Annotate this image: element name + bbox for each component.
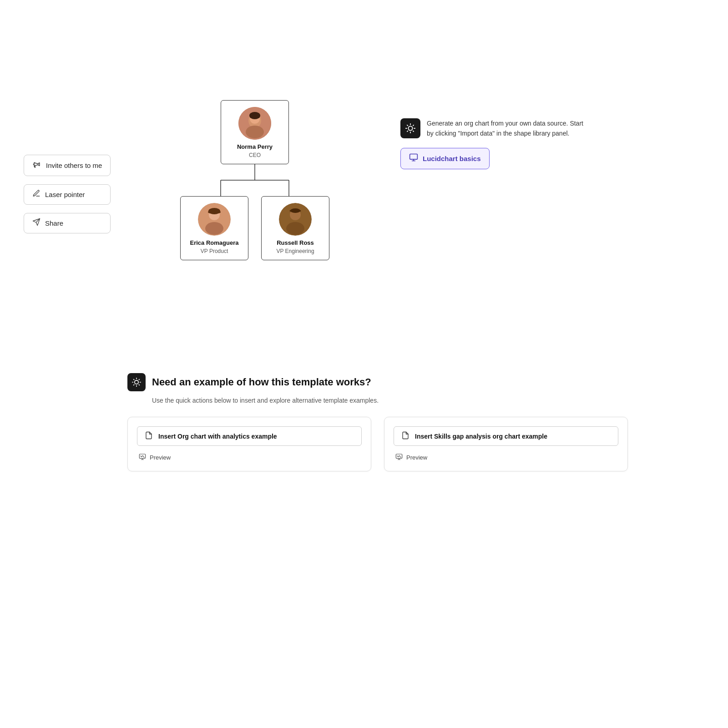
org-connector <box>187 164 323 196</box>
children-row: Erica Romaguera VP Product Russell Ross … <box>127 196 382 260</box>
vp-product-node[interactable]: Erica Romaguera VP Product <box>180 196 248 260</box>
share-label: Share <box>45 219 63 227</box>
ceo-container: Norma Perry CEO <box>127 100 382 164</box>
svg-point-23 <box>408 126 412 130</box>
cards-row: Insert Org chart with analytics example … <box>127 417 628 471</box>
preview-skills-label: Preview <box>406 454 427 461</box>
bottom-subtitle: Use the quick actions below to insert an… <box>152 397 628 404</box>
bottom-lightbulb-icon <box>127 373 146 391</box>
svg-point-21 <box>286 222 304 235</box>
invite-button[interactable]: Invite others to me <box>24 155 111 176</box>
svg-line-30 <box>407 131 408 131</box>
vp-engineering-title: VP Engineering <box>276 248 314 254</box>
card-analytics: Insert Org chart with analytics example … <box>127 417 371 471</box>
insert-analytics-button[interactable]: Insert Org chart with analytics example <box>137 426 362 446</box>
svg-line-43 <box>139 379 139 380</box>
tip-panel: Generate an org chart from your own data… <box>400 118 592 169</box>
svg-line-31 <box>413 125 414 126</box>
preview-analytics-button[interactable]: Preview <box>137 451 172 464</box>
insert-analytics-label: Insert Org chart with analytics example <box>158 433 277 440</box>
svg-point-17 <box>208 211 213 213</box>
monitor-icon <box>409 153 418 164</box>
svg-point-8 <box>255 116 260 118</box>
laser-label: Laser pointer <box>45 191 85 198</box>
insert-skills-label: Insert Skills gap analysis org chart exa… <box>415 433 547 440</box>
insert-skills-button[interactable]: Insert Skills gap analysis org chart exa… <box>394 426 618 446</box>
megaphone-icon <box>32 160 41 171</box>
svg-point-15 <box>205 222 223 235</box>
org-chart-area: Norma Perry CEO <box>127 100 382 260</box>
lucidchart-label: Lucidchart basics <box>423 155 481 162</box>
svg-line-26 <box>407 125 408 126</box>
bottom-header: Need an example of how this template wor… <box>127 373 628 391</box>
vp-engineering-node[interactable]: Russell Ross VP Engineering <box>261 196 329 260</box>
vp-engineering-avatar <box>279 203 312 236</box>
svg-point-18 <box>215 211 221 213</box>
ceo-title: CEO <box>249 152 261 158</box>
laser-pointer-button[interactable]: Laser pointer <box>24 184 111 205</box>
document-icon-2 <box>401 431 410 441</box>
lucidchart-basics-button[interactable]: Lucidchart basics <box>400 148 490 169</box>
card-skills-gap: Insert Skills gap analysis org chart exa… <box>384 417 628 471</box>
vp-product-avatar <box>198 203 231 236</box>
preview-icon-1 <box>139 453 146 462</box>
pencil-icon <box>32 189 40 200</box>
tip-lightbulb-icon <box>400 118 420 138</box>
bottom-title: Need an example of how this template wor… <box>152 376 371 388</box>
vp-product-title: VP Product <box>201 248 228 254</box>
ceo-avatar <box>238 107 271 140</box>
svg-line-27 <box>413 131 414 131</box>
invite-label: Invite others to me <box>46 162 102 169</box>
share-icon <box>32 218 40 228</box>
vp-engineering-name: Russell Ross <box>277 239 314 247</box>
left-toolbar: Invite others to me Laser pointer Share <box>24 155 111 233</box>
tip-text: Generate an org chart from your own data… <box>427 118 592 139</box>
vp-product-name: Erica Romaguera <box>190 239 239 247</box>
preview-icon-2 <box>395 453 403 462</box>
svg-point-4 <box>246 126 264 138</box>
preview-analytics-label: Preview <box>150 454 171 461</box>
preview-skills-button[interactable]: Preview <box>394 451 429 464</box>
svg-point-35 <box>135 380 138 384</box>
svg-rect-32 <box>410 154 418 159</box>
svg-point-7 <box>250 116 254 118</box>
document-icon-1 <box>145 431 153 441</box>
svg-line-42 <box>134 384 134 385</box>
tip-header: Generate an org chart from your own data… <box>400 118 592 139</box>
svg-line-38 <box>134 379 134 380</box>
share-button[interactable]: Share <box>24 213 111 233</box>
svg-line-39 <box>139 384 139 385</box>
bottom-section: Need an example of how this template wor… <box>127 373 628 471</box>
ceo-name: Norma Perry <box>237 143 273 151</box>
ceo-node[interactable]: Norma Perry CEO <box>221 100 289 164</box>
